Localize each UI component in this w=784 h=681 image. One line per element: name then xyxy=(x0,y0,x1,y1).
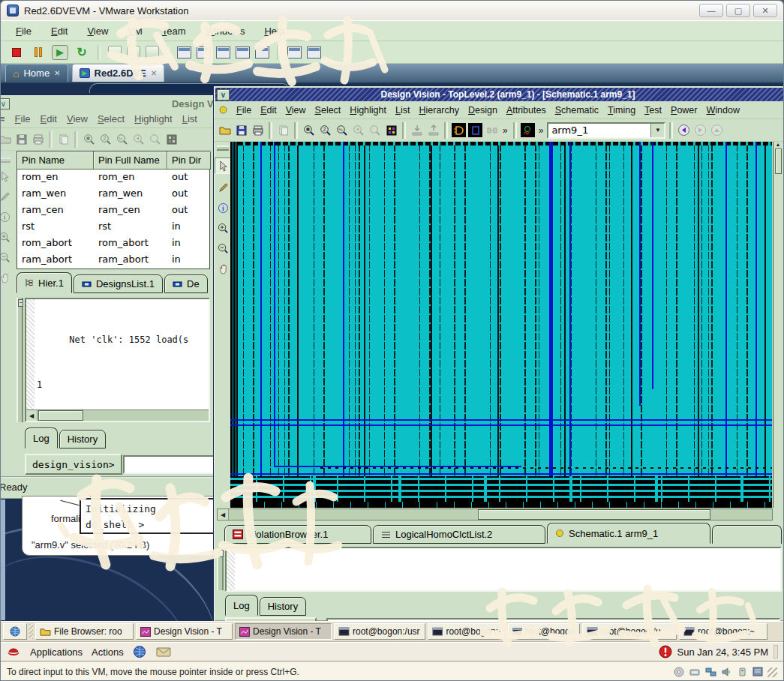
summary-view-button[interactable] xyxy=(236,46,250,58)
collapse-handle[interactable]: − xyxy=(18,299,23,307)
tab-de-partial[interactable]: De xyxy=(164,274,208,293)
pencil-icon[interactable] xyxy=(1,190,11,203)
snapshot-button[interactable] xyxy=(108,46,122,58)
pin-table-header[interactable]: Pin Full Name xyxy=(94,152,167,170)
dv-schem-console[interactable]: Current design is 'arm9_1'. design_visio… xyxy=(225,547,782,592)
pin-cell[interactable]: rom_en xyxy=(94,170,167,186)
toolbar-overflow[interactable]: » xyxy=(501,125,509,136)
pan-hand-icon[interactable] xyxy=(216,262,230,275)
scroll-left-arrow[interactable]: ◀ xyxy=(218,509,229,520)
menu-select[interactable]: Select xyxy=(315,105,341,116)
maximize-button[interactable]: ▢ xyxy=(726,4,750,17)
window-menu-button[interactable]: ∨ xyxy=(217,89,230,100)
zoom-back-icon[interactable] xyxy=(131,132,146,146)
dv-main-titlebar[interactable]: ∨ Design Vi xyxy=(1,97,219,110)
pin-cell[interactable]: rst xyxy=(17,219,94,236)
dv-schem-titlebar[interactable]: ∨ Design Vision - TopLevel.2 (arm9_1) - … xyxy=(215,88,783,101)
taskbar-terminal-3[interactable]: root@bogon:~ xyxy=(508,623,580,640)
prompt-button[interactable]: design_vision> xyxy=(25,454,122,475)
resize-grip[interactable] xyxy=(767,668,777,677)
tab-history[interactable]: History xyxy=(260,597,306,616)
select-cursor-icon[interactable] xyxy=(1,170,11,183)
pin-cell[interactable]: ram_cen xyxy=(94,202,167,219)
info-icon[interactable]: i xyxy=(216,201,230,214)
pin-cell[interactable]: rom_abort xyxy=(17,236,94,252)
copy-icon[interactable] xyxy=(56,132,71,146)
taskbar-terminal-1[interactable]: root@bogon:/usr xyxy=(334,623,425,640)
pane-divider[interactable]: − xyxy=(17,298,23,422)
pin-cell[interactable]: rom_en xyxy=(17,170,94,186)
collapse-handle[interactable]: − xyxy=(218,550,224,557)
print-icon[interactable] xyxy=(31,132,45,146)
tab-history[interactable]: History xyxy=(59,430,106,448)
zoom-2x-icon[interactable]: 2 xyxy=(318,123,332,137)
file-browser-popup[interactable]: formali Initializingdc_shell > "arm9.v" … xyxy=(22,496,223,556)
panel-menu-applications[interactable]: Applications xyxy=(30,646,83,658)
snapshot-manager-button[interactable] xyxy=(146,46,159,58)
pin-cell[interactable]: ram_abort xyxy=(94,252,167,268)
pin-cell[interactable]: out xyxy=(167,202,211,219)
pin-cell[interactable]: in xyxy=(167,236,211,252)
zoom-out-icon[interactable] xyxy=(1,250,11,264)
menu-view[interactable]: View xyxy=(286,105,306,116)
revert-snapshot-button[interactable] xyxy=(127,46,140,58)
pin-cell[interactable]: in xyxy=(167,219,211,236)
tab-log[interactable]: Log xyxy=(225,595,258,616)
unity-button[interactable] xyxy=(197,46,211,58)
tab-logicalhomoclctlist[interactable]: LogicalHomoClctList.2 xyxy=(373,525,545,544)
forward-icon[interactable] xyxy=(693,123,707,137)
stop-vm-button[interactable] xyxy=(8,45,25,60)
dv-main-log[interactable]: Net 'clk': 1552 load(s 1 Current design … xyxy=(25,298,210,422)
appliance-view-button[interactable] xyxy=(255,46,269,58)
pin-cell[interactable]: out xyxy=(167,186,211,202)
pin-cell[interactable]: out xyxy=(167,170,211,186)
save-icon[interactable] xyxy=(234,123,248,137)
menu-attributes[interactable]: Attributes xyxy=(506,105,546,116)
canvas-vscrollbar[interactable]: ▲ xyxy=(773,142,782,508)
menu-hierarchy[interactable]: Hierarchy xyxy=(419,105,459,116)
tab-close-icon[interactable]: ✕ xyxy=(54,69,60,77)
pan-hand-icon[interactable] xyxy=(1,271,11,284)
scroll-up-arrow[interactable]: ▲ xyxy=(776,142,781,147)
vm-screen[interactable]: ∨ Design Vi ≡ File Edit View Select High… xyxy=(1,83,783,661)
redhat-menu-icon[interactable] xyxy=(6,646,21,658)
console-view-button[interactable] xyxy=(216,46,230,58)
menu-vm[interactable]: VM xyxy=(128,26,143,37)
network-device-icon[interactable] xyxy=(704,667,716,677)
web-browser-launcher[interactable] xyxy=(3,623,27,640)
tab-designslist[interactable]: DesignsList.1 xyxy=(74,274,163,293)
menu-list[interactable]: List xyxy=(395,105,410,116)
taskbar-file-browser[interactable]: File Browser: roo xyxy=(35,623,134,640)
tab-home[interactable]: ⌂ Home ✕ xyxy=(5,64,68,82)
open-icon[interactable] xyxy=(218,123,232,137)
menu-test[interactable]: Test xyxy=(644,105,662,116)
push-down-icon[interactable] xyxy=(410,123,424,137)
gate-schematic-icon[interactable] xyxy=(452,123,466,137)
log-hscrollbar[interactable]: ◀ xyxy=(26,410,209,421)
canvas-hscrollbar[interactable]: ◀ xyxy=(217,508,773,520)
symbol-view-icon[interactable] xyxy=(468,123,482,137)
email-launcher-icon[interactable] xyxy=(156,646,171,658)
view-options-icon[interactable] xyxy=(164,132,179,146)
menu-edit[interactable]: Edit xyxy=(41,113,57,124)
open-icon[interactable] xyxy=(1,132,12,146)
menu-schematic[interactable]: Schematic xyxy=(555,105,599,116)
design-vision-main-window[interactable]: ∨ Design Vi ≡ File Edit View Select High… xyxy=(1,94,221,500)
zoom-select-icon[interactable] xyxy=(148,132,162,146)
taskbar-terminal-5[interactable]: root@bogon:~ xyxy=(679,623,767,640)
menu-select[interactable]: Select xyxy=(98,113,125,124)
combo-dropdown-button[interactable]: ▼ xyxy=(650,124,664,137)
vmware-titlebar[interactable]: Red2.6DVEVM - VMware Workstation — ▢ ✕ xyxy=(1,1,783,20)
zoom-half-icon[interactable]: ½ xyxy=(335,123,349,137)
save-icon[interactable] xyxy=(14,132,29,146)
menu-view[interactable]: View xyxy=(67,113,88,124)
tab-log[interactable]: Log xyxy=(25,428,58,448)
message-log-icon[interactable] xyxy=(752,667,764,677)
menu-help[interactable]: Help xyxy=(264,26,284,37)
scroll-left-arrow[interactable]: ◀ xyxy=(26,410,38,421)
zoom-half-icon[interactable]: ½ xyxy=(115,132,129,146)
panel-end-handle[interactable] xyxy=(773,645,778,658)
tab-vm-red26dvevm[interactable]: ▶ Red2.6DVE ✕ xyxy=(72,64,165,82)
copy-icon[interactable] xyxy=(276,123,290,137)
pin-cell[interactable]: rom_abort xyxy=(94,236,167,252)
